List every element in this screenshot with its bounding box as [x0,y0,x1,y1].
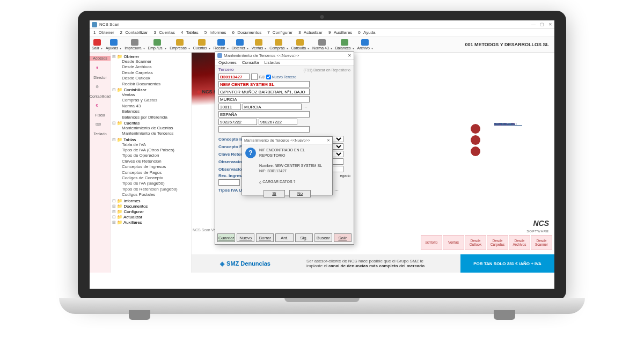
tree-item[interactable]: Desde Scanner [112,59,190,64]
tree-item[interactable]: Conceptos de Pagos [112,170,190,175]
fax-input[interactable] [218,126,310,133]
tree-item[interactable]: Tabla de IVA [112,142,190,148]
borrar-button[interactable]: Borrar [256,233,274,242]
toolbar-obtener[interactable]: Obtener ▾ [232,39,248,50]
director-button[interactable]: ⬆Director [93,66,107,79]
toolbar-empresas[interactable]: Empresas ▾ [170,39,189,50]
quick-btn[interactable]: Desde Archivos [509,235,530,250]
toolbar-recibir[interactable]: Recibir ▾ [214,39,229,50]
tree-item[interactable]: Norma 43 [112,104,190,109]
nif-input[interactable] [218,74,250,80]
tree-group[interactable]: Actualizar [112,215,190,219]
menu-configurar[interactable]: 7 Configurar [266,30,296,35]
sig-button[interactable]: Sig. [295,233,313,242]
poblacion-input[interactable] [218,96,310,102]
tree-group[interactable]: Documentos [112,204,190,209]
tree-item[interactable]: Codigos Postales [112,192,190,197]
toolbar-cuentas[interactable]: Cuentas ▾ [193,39,210,50]
tree-item[interactable]: Tipos de IVA (Otros Paises) [112,148,190,153]
toolbar-balances[interactable]: Balances ▾ [335,39,354,50]
tree-item[interactable]: Recibir Documentos [112,82,190,87]
menu-actualizar[interactable]: 8 Actualizar [297,30,326,35]
tree-group[interactable]: Contabilizar [112,87,190,92]
prorrata-input[interactable] [218,179,240,186]
tree-item[interactable]: Tipos de Operacion [112,153,190,158]
close-button[interactable]: ✕ [548,22,552,27]
tree-group[interactable]: Informes [112,199,190,203]
menu-documentos[interactable]: 6 Documentos [231,30,265,35]
minimize-button[interactable]: — [531,22,536,27]
salir-button[interactable]: Salir [334,233,352,242]
tree-item[interactable]: Mantenimiento de Terceros [112,131,190,136]
menu-obtener[interactable]: 1 Obtener [92,30,118,35]
menu-contabilizar[interactable]: 2 Contabilizar [119,30,151,35]
dialog-title: Mantenimiento de Terceros <<Nuevo>>✕ [242,137,332,144]
nif-aux-input[interactable] [251,74,258,80]
tree-group[interactable]: Obtener [112,54,190,59]
tree-group[interactable]: Auxiliares [112,220,190,225]
toolbar-ayudas[interactable]: Ayudas ▾ [106,39,121,50]
quick-btn[interactable]: Desde Scanner [531,235,552,250]
quick-btn[interactable]: Desde Carpetas [487,235,508,250]
tree-item[interactable]: Compras y Gastos [112,98,190,103]
modal-menu-listados[interactable]: Listados [264,60,280,65]
tree-group[interactable]: Configurar [112,209,190,214]
tree-item[interactable]: Balances [112,109,190,114]
no-button[interactable]: No [289,190,311,197]
pais-input[interactable] [218,111,310,118]
menu-auxiliares[interactable]: 9 Auxiliares [327,30,355,35]
cp-lookup-icon[interactable]: ⋯ [303,105,308,109]
quick-btn[interactable]: Desde Outlook [465,235,486,250]
ant-button[interactable]: Ant. [275,233,293,242]
toolbar-norma 43[interactable]: Norma 43 ▾ [312,39,332,50]
tree-item[interactable]: Tipos de Retencion (Sage50) [112,187,190,192]
banner-price[interactable]: POR TAN SOLO 281 € /AÑO + IVA [460,254,554,273]
toolbar-consulta[interactable]: Consulta ▾ [291,39,310,50]
cp-input[interactable] [218,104,241,110]
tree-group[interactable]: Tablas [112,137,190,142]
domicilio-input[interactable] [218,89,310,95]
tree-item[interactable]: Mantenimiento de Cuentas [112,126,190,131]
tipos-iva-lookup[interactable]: ⋯ [334,188,339,193]
tel1-input[interactable] [218,119,257,125]
tree-item[interactable]: Balances por Diferencia [112,115,190,120]
maximize-button[interactable]: ▢ [540,22,544,27]
nuevo-button[interactable]: Nuevo [237,233,254,242]
tree-item[interactable]: Claves de Retencion [112,159,190,164]
nuevo-tercero-checkbox[interactable]: Nuevo Tercero [266,75,296,79]
cp-city-input[interactable] [243,104,302,110]
tree-item[interactable]: Conceptos de Ingresos [112,164,190,170]
modal-menu-opciones[interactable]: Opciones [218,60,237,65]
menu-informes[interactable]: 5 Informes [203,30,230,35]
tree-item[interactable]: Tipos de IVA (Sage50) [112,181,190,186]
teclado-button[interactable]: ⌨Teclado [93,122,106,136]
tel2-input[interactable] [259,119,297,125]
tree-item[interactable]: Desde Archivos [112,64,190,70]
quick-btn[interactable]: Ventas [443,235,464,250]
nombre-input[interactable] [218,81,310,87]
menu-tablas[interactable]: 4 Tablas [179,30,202,35]
fiscal-button[interactable]: €Fiscal [95,104,105,117]
yes-button[interactable]: Sí [264,190,285,197]
modal-close-icon[interactable]: ✕ [348,53,352,58]
toolbar-salir[interactable]: Salir ▾ [92,39,103,50]
navigation-tree[interactable]: ObtenerDesde ScannerDesde ArchivosDesde … [111,53,192,273]
toolbar-compras[interactable]: Compras ▾ [269,39,288,50]
tree-item[interactable]: Desde Outlook [112,76,190,81]
toolbar-archivo[interactable]: Archivo ▾ [357,39,373,50]
modal-menu-consulta[interactable]: Consulta [242,60,259,65]
buscar-button[interactable]: Buscar [314,233,332,242]
quick-btn[interactable]: scritorio [421,235,442,250]
toolbar-emp./us.[interactable]: Emp./Us. ▾ [148,39,167,50]
tree-item[interactable]: Codigos de Concepto [112,175,190,181]
toolbar-ventas[interactable]: Ventas ▾ [252,39,266,50]
guardar-button[interactable]: Guardar [217,233,235,242]
dialog-close-icon[interactable]: ✕ [327,138,330,143]
toolbar-impresora[interactable]: Impresora ▾ [125,39,144,50]
menu-ayuda[interactable]: 0 Ayuda [356,30,378,35]
tree-group[interactable]: Cuentas [112,121,190,126]
menu-cuentas[interactable]: 3 Cuentas [152,30,178,35]
contabilidad-button[interactable]: ⚙Contabilidad [90,85,111,98]
tree-item[interactable]: Ventas [112,92,190,98]
tree-item[interactable]: Desde Carpetas [112,70,190,76]
